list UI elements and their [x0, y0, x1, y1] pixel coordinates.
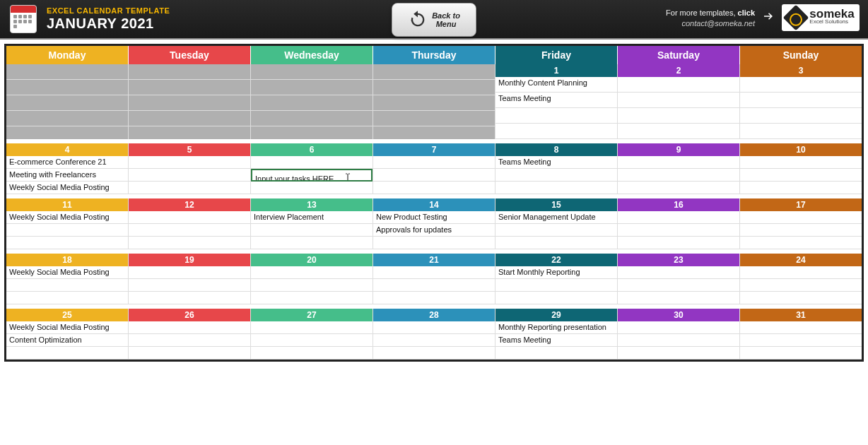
task-cell[interactable]	[495, 169, 617, 182]
task-cell[interactable]	[6, 64, 128, 80]
task-cell[interactable]	[740, 169, 862, 182]
task-cell[interactable]	[373, 182, 495, 194]
task-cell[interactable]	[495, 237, 617, 249]
task-cell[interactable]	[6, 224, 128, 237]
task-cell[interactable]: E-commerce Conference 21	[6, 156, 128, 169]
task-cell[interactable]	[251, 111, 373, 126]
task-cell[interactable]	[618, 156, 739, 169]
task-cell[interactable]	[495, 224, 617, 237]
task-cell[interactable]	[618, 77, 739, 93]
task-cell[interactable]	[129, 182, 250, 194]
task-cell[interactable]	[740, 334, 862, 347]
task-cell[interactable]	[129, 156, 250, 169]
task-cell[interactable]	[6, 292, 128, 304]
task-cell[interactable]	[129, 64, 250, 80]
task-cell[interactable]	[618, 224, 739, 237]
task-cell[interactable]	[740, 266, 862, 279]
task-cell[interactable]	[495, 124, 617, 139]
task-cell[interactable]: Weekly Social Media Posting	[6, 321, 128, 334]
task-cell[interactable]	[740, 182, 862, 194]
task-cell[interactable]	[618, 266, 739, 279]
task-cell[interactable]	[373, 80, 495, 95]
task-cell[interactable]: New Product Testing	[373, 211, 495, 224]
task-cell[interactable]	[495, 108, 617, 124]
task-cell[interactable]: Teams Meeting	[495, 334, 617, 347]
task-cell[interactable]	[495, 182, 617, 194]
task-cell[interactable]	[129, 334, 250, 347]
task-cell[interactable]	[618, 279, 739, 292]
task-cell[interactable]	[618, 347, 739, 360]
task-cell[interactable]	[740, 237, 862, 249]
task-cell[interactable]	[129, 169, 250, 182]
task-cell[interactable]	[251, 347, 373, 360]
task-cell[interactable]	[129, 279, 250, 292]
task-cell[interactable]	[251, 279, 373, 292]
task-cell[interactable]	[373, 347, 495, 360]
task-cell[interactable]	[740, 224, 862, 237]
task-cell[interactable]	[6, 347, 128, 360]
task-cell[interactable]: Teams Meeting	[495, 93, 617, 108]
task-cell[interactable]	[251, 266, 373, 279]
task-cell[interactable]	[740, 347, 862, 360]
task-cell[interactable]	[373, 279, 495, 292]
task-cell[interactable]	[618, 124, 739, 139]
task-cell[interactable]	[740, 292, 862, 304]
task-cell[interactable]	[618, 334, 739, 347]
task-cell[interactable]	[495, 347, 617, 360]
task-cell[interactable]	[373, 237, 495, 249]
task-cell[interactable]: Monthly Content Planning	[495, 77, 617, 93]
task-cell[interactable]	[251, 334, 373, 347]
task-cell[interactable]: Approvals for updates	[373, 224, 495, 237]
back-to-menu-button[interactable]: Back toMenu	[392, 3, 476, 37]
task-cell[interactable]: Interview Placement	[251, 211, 373, 224]
task-cell[interactable]	[251, 292, 373, 304]
task-cell[interactable]	[373, 266, 495, 279]
task-cell[interactable]	[618, 108, 739, 124]
task-cell[interactable]	[373, 169, 495, 182]
task-cell[interactable]	[251, 80, 373, 95]
task-cell[interactable]	[129, 111, 250, 126]
task-cell[interactable]	[373, 64, 495, 80]
task-cell[interactable]	[251, 182, 373, 194]
task-cell[interactable]	[251, 64, 373, 80]
task-cell[interactable]	[373, 334, 495, 347]
task-cell[interactable]	[740, 211, 862, 224]
task-cell[interactable]	[373, 292, 495, 304]
task-cell[interactable]	[373, 111, 495, 126]
task-cell[interactable]: Monthly Reporting presentation	[495, 321, 617, 334]
task-cell-editing[interactable]: Input your tasks HERE ...	[251, 169, 373, 182]
task-cell[interactable]	[740, 77, 862, 93]
task-cell[interactable]	[251, 321, 373, 334]
task-cell[interactable]	[373, 95, 495, 111]
task-cell[interactable]	[129, 266, 250, 279]
task-cell[interactable]	[740, 124, 862, 139]
task-cell[interactable]	[129, 224, 250, 237]
task-cell[interactable]: Weekly Social Media Posting	[6, 266, 128, 279]
task-cell[interactable]	[251, 237, 373, 249]
task-cell[interactable]: Weekly Social Media Posting	[6, 211, 128, 224]
task-cell[interactable]: Start Monthly Reporting	[495, 266, 617, 279]
task-cell[interactable]	[129, 321, 250, 334]
task-cell[interactable]	[6, 237, 128, 249]
task-cell[interactable]	[618, 211, 739, 224]
task-cell[interactable]: Meeting with Freelancers	[6, 169, 128, 182]
task-cell[interactable]	[251, 224, 373, 237]
task-cell[interactable]	[6, 111, 128, 126]
task-cell[interactable]: Senior Management Update	[495, 211, 617, 224]
task-cell[interactable]	[129, 237, 250, 249]
task-cell[interactable]	[495, 292, 617, 304]
task-cell[interactable]	[740, 108, 862, 124]
someka-logo[interactable]: someka Excel Solutions	[782, 4, 860, 31]
task-cell[interactable]	[740, 321, 862, 334]
task-cell[interactable]	[740, 156, 862, 169]
task-cell[interactable]	[373, 156, 495, 169]
task-cell[interactable]	[495, 279, 617, 292]
task-cell[interactable]: Teams Meeting	[495, 156, 617, 169]
task-cell[interactable]	[618, 182, 739, 194]
task-cell[interactable]	[6, 80, 128, 95]
more-templates-text[interactable]: For more templates, click	[666, 8, 755, 17]
contact-email[interactable]: contact@someka.net	[666, 19, 755, 28]
task-cell[interactable]	[618, 292, 739, 304]
task-cell[interactable]	[6, 95, 128, 111]
task-cell[interactable]	[129, 95, 250, 111]
